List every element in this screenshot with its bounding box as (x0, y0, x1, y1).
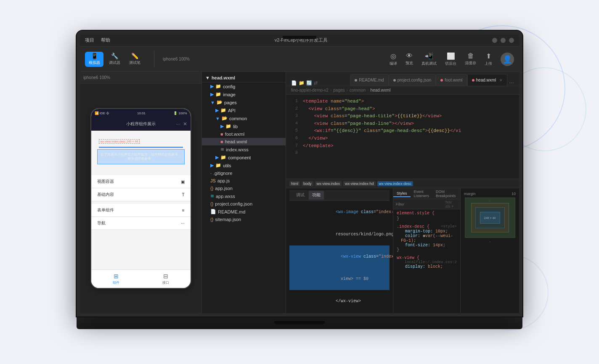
close-button[interactable] (509, 38, 514, 43)
styles-filter-input[interactable] (396, 202, 443, 206)
real-device-action[interactable]: 📲 真机调试 (421, 52, 437, 66)
code-view[interactable]: 1 <template name="head"> 2 <view class="… (286, 95, 519, 179)
more-icon[interactable]: ··· (176, 121, 180, 127)
tree-item-app-wxss[interactable]: ≋ app.wxss (202, 192, 286, 200)
debugger-icon: 🔧 (111, 53, 118, 59)
tree-item-app-js[interactable]: JS app.js (202, 177, 286, 185)
tab-interface[interactable]: ⊟ 接口 (141, 270, 191, 288)
screen-frame: 项目 帮助 v2-FinClip小程序开发工具 📱 模拟器 (77, 31, 522, 317)
html-tree: 调试 功能 <wx-image class="index-logo" src="… (286, 188, 393, 313)
toolbar-sep (154, 51, 154, 68)
html-line-6[interactable]: ▶<wx-view class="index-bd">_</wx-view> (289, 312, 390, 313)
refresh-icon[interactable]: 🔄 (306, 80, 312, 86)
breadcrumb-item-1[interactable]: fino-applet-demo-v2 (291, 88, 329, 92)
elem-tag-wx-view-index-desc[interactable]: wx-view.index-desc (377, 181, 413, 186)
more-tabs-icon[interactable]: ··· (507, 79, 516, 86)
sp-tab-dom[interactable]: DOM Breakpoints (432, 189, 459, 199)
tree-item-foot-wxml[interactable]: ■ foot.wxml (202, 130, 286, 138)
compile-icon: ◎ (390, 52, 396, 60)
code-line-1: 1 <template name="head"> (286, 98, 519, 106)
tab-close-icon[interactable]: ✕ (499, 78, 503, 82)
tab-readme[interactable]: README.md (350, 74, 388, 86)
tree-item-component[interactable]: ▶ 📁 component (202, 153, 286, 161)
view-mode-buttons: 📱 模拟器 🔧 调试器 ✏️ 测试笔 (85, 52, 144, 67)
new-folder-icon[interactable]: 📁 (299, 80, 305, 86)
upload-icon: ⬆ (486, 52, 491, 60)
tree-item-index-wxss[interactable]: ≋ index.wxss (202, 145, 286, 153)
tree-item-readme[interactable]: 📄 README.md (202, 208, 286, 216)
menu-item-nav[interactable]: 导航 ··· (91, 217, 191, 230)
editor-file-icons: 📄 📁 🔄 ⇄ (289, 80, 319, 86)
breadcrumb-item-3[interactable]: common (350, 88, 366, 92)
compile-action[interactable]: ◎ 编译 (390, 52, 397, 66)
test-btn[interactable]: ✏️ 测试笔 (125, 52, 144, 67)
tree-expand-icon[interactable]: ▼ (205, 75, 210, 80)
styles-content: element.style { } .index-desc { <style> (393, 209, 460, 313)
upload-action[interactable]: ⬆ 上传 (485, 52, 492, 66)
debugger-btn[interactable]: 🔧 调试器 (105, 52, 124, 67)
folder-name: 📁 (215, 84, 221, 89)
laptop-base (77, 317, 522, 329)
tree-item-api[interactable]: ▶ 📁 API (202, 106, 286, 114)
breadcrumb-item-2[interactable]: pages (333, 88, 345, 92)
close-nav-icon[interactable]: ✕ (183, 121, 187, 127)
maximize-button[interactable] (501, 38, 506, 43)
tab-project-config[interactable]: project.config.json (389, 74, 436, 86)
tree-item-gitignore[interactable]: · .gitignore (202, 169, 286, 177)
code-line-3: 3 <view class="page-head-title">{{title}… (286, 113, 519, 120)
menu-icon-basic: T (182, 193, 184, 197)
elem-tag-html[interactable]: html (289, 181, 300, 186)
tree-item-common[interactable]: ▼ 📂 common (202, 114, 286, 122)
html-line-2[interactable]: resources/kind/logo.png">_</wx-image> (289, 223, 390, 245)
screen-inner: 项目 帮助 v2-FinClip小程序开发工具 📱 模拟器 (80, 34, 519, 313)
code-line-6: 6 </view> (286, 135, 519, 142)
clear-cache-action[interactable]: 🗑 清缓存 (465, 52, 476, 66)
html-line-5[interactable]: </wx-view> (289, 290, 390, 312)
collapse-icon[interactable]: ⇄ (314, 80, 318, 86)
minimize-button[interactable] (492, 38, 497, 43)
menu-item-help[interactable]: 帮助 (101, 37, 110, 43)
menu-item-project[interactable]: 项目 (85, 37, 94, 43)
tab-head-wxml[interactable]: head.wxml ✕ (467, 74, 508, 86)
new-file-icon[interactable]: 📄 (291, 80, 297, 86)
elem-tag-wx-view-index-hd[interactable]: wx-view.index-hd (343, 181, 376, 186)
elem-tag-body[interactable]: body (302, 181, 313, 186)
preview-action[interactable]: 👁 预览 (406, 52, 413, 66)
tree-item-config[interactable]: ▶ 📁 config (202, 82, 286, 90)
simulator-topbar: iphone6 100% (80, 72, 201, 84)
app-title: 小程序组件展示 (126, 121, 156, 127)
phone-menu-list: 视图容器 ▣ 基础内容 T 表单组件 ≡ (91, 173, 191, 230)
nav-actions: ··· ✕ (176, 121, 187, 127)
menu-item-view[interactable]: 视图容器 ▣ (91, 175, 191, 188)
box-border: 240 × 44 (471, 203, 509, 232)
tree-item-app-json[interactable]: {} app.json (202, 185, 286, 192)
tree-item-pages[interactable]: ▼ 📂 pages (202, 98, 286, 106)
folder-expand-icon: ▼ (215, 116, 220, 121)
tree-root: ▼ head.wxml (202, 74, 286, 82)
menu-item-basic[interactable]: 基础内容 T (91, 188, 191, 201)
html-line-1[interactable]: <wx-image class="index-logo" src="../res… (289, 201, 390, 223)
html-line-4[interactable]: view> == $0 (289, 268, 390, 290)
sp-tab-event[interactable]: Event Listeners (411, 189, 433, 199)
tree-item-head-wxml[interactable]: ■ head.wxml (202, 138, 286, 145)
subtab-debug[interactable]: 调试 (293, 191, 308, 200)
style-rule-index-desc: .index-desc { <style> margin-top: 10px; … (397, 224, 457, 252)
tab-dot (440, 79, 443, 82)
subtab-function[interactable]: 功能 (309, 191, 324, 200)
bottom-subtabs: 调试 功能 (289, 190, 390, 201)
tab-foot-wxml[interactable]: foot.wxml (436, 74, 467, 86)
user-avatar[interactable]: 👤 (501, 53, 514, 66)
html-line-3[interactable]: <wx-view class="index-desc">以下将展示小程序官方组件… (289, 245, 390, 268)
elem-tag-wx-view-index[interactable]: wx-view.index (315, 181, 342, 186)
sp-tab-styles[interactable]: Styles (393, 190, 411, 197)
tree-item-utils[interactable]: ▶ 📁 utils (202, 161, 286, 169)
tree-item-lib[interactable]: ▶ 📁 lib (202, 122, 286, 130)
simulator-btn[interactable]: 📱 模拟器 (85, 52, 103, 67)
tree-item-sitemap[interactable]: {} sitemap.json (202, 216, 286, 223)
tree-item-project-config[interactable]: {} project.config.json (202, 200, 286, 208)
tree-item-image[interactable]: ▶ 📁 image (202, 90, 286, 98)
tab-component[interactable]: ⊞ 组件 (91, 270, 141, 288)
background-action[interactable]: ⬜ 切后台 (445, 52, 456, 66)
menu-item-form[interactable]: 表单组件 ≡ (91, 204, 191, 217)
folder-open-icon: 📂 (217, 100, 223, 105)
